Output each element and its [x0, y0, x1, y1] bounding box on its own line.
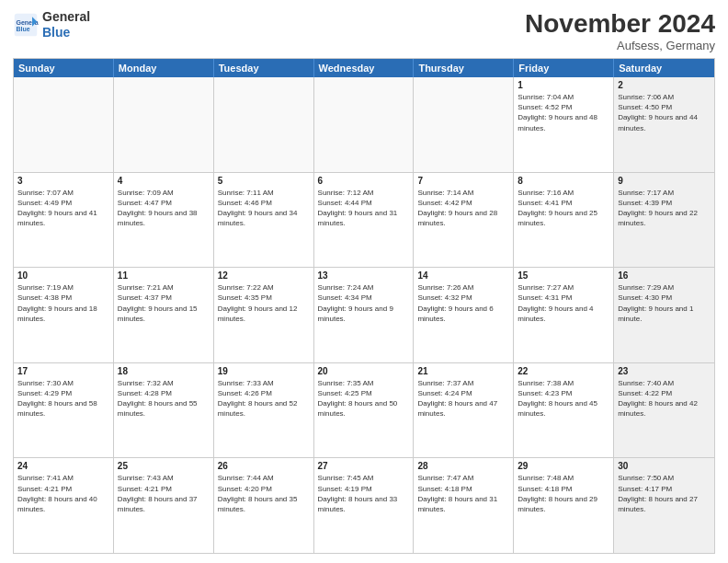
- day-info: Sunrise: 7:17 AMSunset: 4:39 PMDaylight:…: [618, 188, 711, 229]
- title-block: November 2024 Aufsess, Germany: [525, 9, 715, 52]
- day-info: Sunrise: 7:04 AMSunset: 4:52 PMDaylight:…: [518, 92, 609, 133]
- day-number: 19: [218, 366, 310, 376]
- day-info: Sunrise: 7:44 AMSunset: 4:20 PMDaylight:…: [218, 473, 310, 514]
- calendar-cell: 13Sunrise: 7:24 AMSunset: 4:34 PMDayligh…: [314, 268, 415, 362]
- day-info: Sunrise: 7:24 AMSunset: 4:34 PMDaylight:…: [318, 282, 410, 324]
- calendar-cell: 19Sunrise: 7:33 AMSunset: 4:26 PMDayligh…: [214, 363, 314, 458]
- calendar-cell: 27Sunrise: 7:45 AMSunset: 4:19 PMDayligh…: [314, 458, 415, 553]
- day-info: Sunrise: 7:07 AMSunset: 4:49 PMDaylight:…: [17, 188, 109, 229]
- day-info: Sunrise: 7:16 AMSunset: 4:41 PMDaylight:…: [518, 188, 609, 229]
- day-number: 27: [318, 461, 410, 471]
- day-info: Sunrise: 7:37 AMSunset: 4:24 PMDaylight:…: [417, 378, 509, 419]
- calendar-row-1: 3Sunrise: 7:07 AMSunset: 4:49 PMDaylight…: [14, 173, 714, 269]
- day-header-friday: Friday: [514, 59, 614, 77]
- day-number: 21: [417, 366, 509, 376]
- day-info: Sunrise: 7:50 AMSunset: 4:17 PMDaylight:…: [618, 473, 711, 514]
- calendar-cell: 8Sunrise: 7:16 AMSunset: 4:41 PMDaylight…: [514, 173, 614, 268]
- calendar-cell: 12Sunrise: 7:22 AMSunset: 4:35 PMDayligh…: [214, 268, 314, 362]
- calendar-cell: 10Sunrise: 7:19 AMSunset: 4:38 PMDayligh…: [14, 268, 114, 362]
- day-info: Sunrise: 7:47 AMSunset: 4:18 PMDaylight:…: [417, 473, 509, 514]
- calendar-cell: [214, 77, 314, 172]
- day-number: 30: [618, 461, 711, 471]
- calendar-cell: 6Sunrise: 7:12 AMSunset: 4:44 PMDaylight…: [314, 173, 415, 268]
- day-info: Sunrise: 7:27 AMSunset: 4:31 PMDaylight:…: [518, 282, 609, 324]
- calendar-cell: 30Sunrise: 7:50 AMSunset: 4:17 PMDayligh…: [614, 458, 714, 553]
- day-info: Sunrise: 7:38 AMSunset: 4:23 PMDaylight:…: [518, 378, 609, 419]
- day-number: 5: [218, 176, 310, 186]
- day-number: 3: [17, 176, 109, 186]
- svg-text:Blue: Blue: [17, 26, 30, 32]
- calendar-cell: [414, 77, 514, 172]
- day-number: 18: [118, 366, 210, 376]
- calendar-cell: 29Sunrise: 7:48 AMSunset: 4:18 PMDayligh…: [514, 458, 614, 553]
- day-info: Sunrise: 7:21 AMSunset: 4:37 PMDaylight:…: [118, 282, 210, 324]
- day-number: 7: [417, 176, 509, 186]
- day-number: 14: [417, 270, 509, 281]
- day-number: 22: [518, 366, 609, 376]
- day-number: 8: [518, 176, 609, 186]
- day-number: 29: [518, 461, 609, 471]
- day-info: Sunrise: 7:32 AMSunset: 4:28 PMDaylight:…: [118, 378, 210, 419]
- day-info: Sunrise: 7:14 AMSunset: 4:42 PMDaylight:…: [417, 188, 509, 229]
- calendar-header: SundayMondayTuesdayWednesdayThursdayFrid…: [14, 59, 714, 77]
- calendar-cell: 15Sunrise: 7:27 AMSunset: 4:31 PMDayligh…: [514, 268, 614, 362]
- day-info: Sunrise: 7:35 AMSunset: 4:25 PMDaylight:…: [318, 378, 410, 419]
- calendar-cell: 5Sunrise: 7:11 AMSunset: 4:46 PMDaylight…: [214, 173, 314, 268]
- day-header-saturday: Saturday: [614, 59, 714, 77]
- logo-icon: General Blue: [13, 12, 39, 38]
- calendar-cell: 17Sunrise: 7:30 AMSunset: 4:29 PMDayligh…: [14, 363, 114, 458]
- day-info: Sunrise: 7:22 AMSunset: 4:35 PMDaylight:…: [218, 282, 310, 324]
- day-header-wednesday: Wednesday: [314, 59, 415, 77]
- logo-text-blue: Blue: [42, 25, 90, 40]
- day-number: 10: [17, 270, 109, 281]
- calendar-cell: 9Sunrise: 7:17 AMSunset: 4:39 PMDaylight…: [614, 173, 714, 268]
- location: Aufsess, Germany: [525, 39, 715, 52]
- day-number: 25: [118, 461, 210, 471]
- calendar-cell: 28Sunrise: 7:47 AMSunset: 4:18 PMDayligh…: [414, 458, 514, 553]
- calendar-cell: 23Sunrise: 7:40 AMSunset: 4:22 PMDayligh…: [614, 363, 714, 458]
- day-info: Sunrise: 7:43 AMSunset: 4:21 PMDaylight:…: [118, 473, 210, 514]
- calendar-body: 1Sunrise: 7:04 AMSunset: 4:52 PMDaylight…: [14, 77, 714, 553]
- calendar-cell: 1Sunrise: 7:04 AMSunset: 4:52 PMDaylight…: [514, 77, 614, 172]
- calendar-row-2: 10Sunrise: 7:19 AMSunset: 4:38 PMDayligh…: [14, 268, 714, 363]
- day-info: Sunrise: 7:09 AMSunset: 4:47 PMDaylight:…: [118, 188, 210, 229]
- calendar-cell: 20Sunrise: 7:35 AMSunset: 4:25 PMDayligh…: [314, 363, 415, 458]
- calendar-cell: 21Sunrise: 7:37 AMSunset: 4:24 PMDayligh…: [414, 363, 514, 458]
- calendar-cell: 26Sunrise: 7:44 AMSunset: 4:20 PMDayligh…: [214, 458, 314, 553]
- calendar-cell: 14Sunrise: 7:26 AMSunset: 4:32 PMDayligh…: [414, 268, 514, 362]
- day-info: Sunrise: 7:41 AMSunset: 4:21 PMDaylight:…: [17, 473, 109, 514]
- day-info: Sunrise: 7:29 AMSunset: 4:30 PMDaylight:…: [618, 282, 711, 324]
- calendar-cell: 3Sunrise: 7:07 AMSunset: 4:49 PMDaylight…: [14, 173, 114, 268]
- day-info: Sunrise: 7:48 AMSunset: 4:18 PMDaylight:…: [518, 473, 609, 514]
- calendar-cell: 4Sunrise: 7:09 AMSunset: 4:47 PMDaylight…: [114, 173, 214, 268]
- day-header-thursday: Thursday: [414, 59, 514, 77]
- day-number: 24: [17, 461, 109, 471]
- calendar-cell: 16Sunrise: 7:29 AMSunset: 4:30 PMDayligh…: [614, 268, 714, 362]
- day-number: 1: [518, 80, 609, 90]
- calendar-cell: [14, 77, 114, 172]
- page: General Blue General Blue November 2024 …: [0, 0, 728, 563]
- header: General Blue General Blue November 2024 …: [13, 9, 715, 52]
- day-number: 23: [618, 366, 711, 376]
- calendar-cell: 2Sunrise: 7:06 AMSunset: 4:50 PMDaylight…: [614, 77, 714, 172]
- day-info: Sunrise: 7:11 AMSunset: 4:46 PMDaylight:…: [218, 188, 310, 229]
- day-info: Sunrise: 7:30 AMSunset: 4:29 PMDaylight:…: [17, 378, 109, 419]
- calendar-cell: 7Sunrise: 7:14 AMSunset: 4:42 PMDaylight…: [414, 173, 514, 268]
- day-number: 15: [518, 270, 609, 281]
- day-number: 2: [618, 80, 711, 90]
- day-info: Sunrise: 7:40 AMSunset: 4:22 PMDaylight:…: [618, 378, 711, 419]
- day-header-monday: Monday: [114, 59, 214, 77]
- calendar-cell: 25Sunrise: 7:43 AMSunset: 4:21 PMDayligh…: [114, 458, 214, 553]
- day-number: 12: [218, 270, 310, 281]
- day-header-sunday: Sunday: [14, 59, 114, 77]
- day-number: 11: [118, 270, 210, 281]
- calendar-cell: 22Sunrise: 7:38 AMSunset: 4:23 PMDayligh…: [514, 363, 614, 458]
- day-number: 17: [17, 366, 109, 376]
- calendar-cell: 24Sunrise: 7:41 AMSunset: 4:21 PMDayligh…: [14, 458, 114, 553]
- calendar-cell: [114, 77, 214, 172]
- calendar-cell: 18Sunrise: 7:32 AMSunset: 4:28 PMDayligh…: [114, 363, 214, 458]
- day-number: 28: [417, 461, 509, 471]
- logo: General Blue General Blue: [13, 9, 90, 40]
- calendar-row-4: 24Sunrise: 7:41 AMSunset: 4:21 PMDayligh…: [14, 458, 714, 553]
- day-info: Sunrise: 7:06 AMSunset: 4:50 PMDaylight:…: [618, 92, 711, 133]
